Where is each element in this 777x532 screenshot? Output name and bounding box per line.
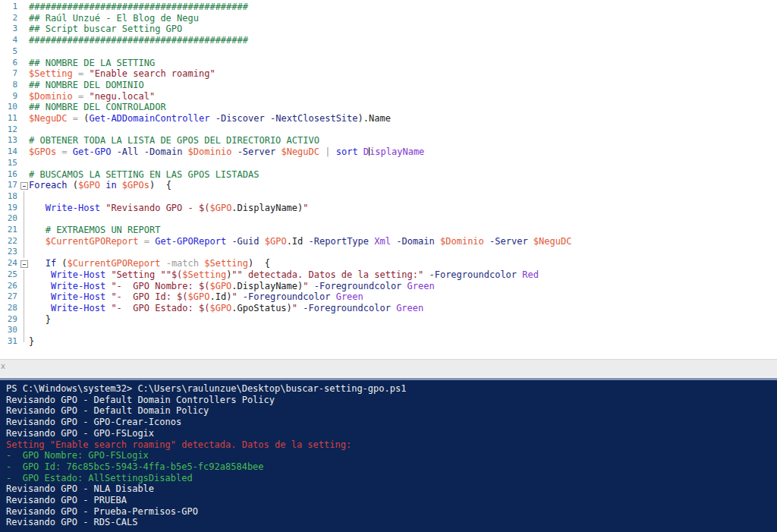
token-string: "Setting "" (111, 269, 171, 280)
code-line[interactable]: 28 Write-Host "- GPO Estado: $($GPO.GpoS… (0, 303, 777, 314)
script-editor-pane[interactable]: 1#######################################… (0, 0, 777, 359)
code-text: ## Script buscar Setting GPO (29, 24, 777, 35)
code-line[interactable]: 22 $CurrentGPOReport = Get-GPOReport -Gu… (0, 236, 777, 247)
outline-gutter (20, 102, 29, 113)
code-line[interactable]: 7$Setting = "Enable search roaming" (0, 68, 777, 80)
token-comment: ######################################## (29, 35, 248, 46)
outline-gutter (20, 191, 29, 203)
console-line: Revisando GPO - NLA Disable (6, 483, 777, 495)
code-line[interactable]: 19 Write-Host "Revisando GPO - $($GPO.Di… (0, 203, 777, 214)
outline-gutter (20, 146, 29, 158)
code-line[interactable]: 25 Write-Host "Setting ""$($Setting)"" d… (0, 269, 777, 281)
console-line: Revisando GPO - RDS-CALS (6, 517, 777, 528)
console-pane[interactable]: PS C:\Windows\system32> C:\Users\raulunz… (0, 380, 777, 532)
code-line[interactable]: 23 (0, 247, 777, 258)
token-cmdlet: Write-Host (51, 291, 105, 302)
outline-gutter (20, 2, 29, 13)
token-string: "" detectada. Datos de la setting:" (231, 269, 423, 280)
token-string: $( (171, 269, 182, 280)
token-cmdlet: Write-Host (46, 203, 100, 213)
token-plain: ) { (149, 180, 171, 190)
code-line[interactable]: 30 (0, 325, 777, 336)
line-number: 15 (0, 158, 20, 169)
token-plain: ( (78, 113, 89, 124)
code-text: Write-Host "- GPO Id: $($GPO.Id)" -Foreg… (29, 291, 777, 303)
code-line[interactable]: 13# OBTENER TODA LA LISTA DE GPOS DEL DI… (0, 135, 777, 146)
line-number: 9 (0, 91, 20, 102)
token-comment: ## Raúl Unzué - El Blog de Negu (29, 13, 199, 24)
code-text (29, 247, 777, 258)
code-line[interactable]: 31} (0, 336, 777, 348)
code-line[interactable]: 24 If ($CurrentGPOReport -match $Setting… (0, 258, 777, 269)
code-text: Write-Host "- GPO Estado: $($GPO.GpoStat… (29, 303, 777, 314)
code-line[interactable]: 15 (0, 158, 777, 169)
code-line[interactable]: 18 (0, 191, 777, 203)
token-keyword: If (46, 258, 56, 269)
outline-gutter (20, 269, 29, 281)
token-operator: = (61, 146, 67, 157)
code-line[interactable]: 5 (0, 46, 777, 58)
code-line[interactable]: 12 (0, 124, 777, 136)
token-variable: $NeguDC (281, 146, 319, 157)
code-text: $CurrentGPOReport = Get-GPOReport -Guid … (29, 236, 777, 247)
code-text: $GPOs = Get-GPO -All -Domain $Dominio -S… (29, 146, 777, 158)
line-number: 11 (0, 113, 20, 124)
code-line[interactable]: 16# BUSCAMOS LA SETTING EN LAS GPOS LIST… (0, 169, 777, 181)
line-number: 27 (0, 291, 20, 303)
token-variable: $GPO (209, 281, 231, 291)
token-plain (260, 236, 265, 247)
line-number: 29 (0, 314, 20, 326)
outline-gutter (20, 58, 29, 69)
code-text: # BUSCAMOS LA SETTING EN LAS GPOS LISTAD… (29, 169, 777, 181)
fold-collapse-icon[interactable] (20, 260, 28, 268)
code-line[interactable]: 17Foreach ($GPO in $GPOs) { (0, 180, 777, 191)
token-plain (83, 91, 89, 102)
outline-gutter (20, 13, 29, 24)
outline-gutter (20, 203, 29, 214)
code-line[interactable]: 9$Dominio = "negu.local" (0, 91, 777, 102)
token-member: .DisplayName (231, 281, 297, 291)
token-string: "- GPO Id: (111, 291, 177, 302)
line-number: 24 (0, 258, 20, 269)
token-string: $( (199, 203, 209, 213)
code-line[interactable]: 2## Raúl Unzué - El Blog de Negu (0, 13, 777, 24)
token-string: $( (199, 281, 209, 291)
token-plain (73, 68, 78, 79)
code-line[interactable]: 20 (0, 213, 777, 225)
token-string: " (292, 303, 297, 313)
code-line[interactable]: 8## NOMBRE DEL DOMINIO (0, 80, 777, 91)
code-line[interactable]: 6## NOMBRE DE LA SETTING (0, 58, 777, 69)
code-line[interactable]: 3## Script buscar Setting GPO (0, 24, 777, 35)
token-argument: D (363, 146, 369, 157)
token-variable: $GPO (188, 291, 210, 302)
token-param: -ReportType (309, 236, 369, 247)
code-line[interactable]: 27 Write-Host "- GPO Id: $($GPO.Id)" -Fo… (0, 291, 777, 303)
code-line[interactable]: 1#######################################… (0, 2, 777, 13)
fold-guide-line (24, 281, 24, 292)
token-plain: ) (287, 303, 292, 313)
token-comment: # EXTRAEMOS UN REPORT (46, 225, 161, 235)
token-argument: Green (396, 303, 423, 313)
code-line[interactable]: 29 } (0, 314, 777, 326)
token-variable: $GPO (78, 180, 100, 190)
token-plain (401, 281, 407, 291)
outline-gutter (20, 325, 29, 336)
code-line[interactable]: 14$GPOs = Get-GPO -All -Domain $Dominio … (0, 146, 777, 158)
console-line: - GPO Id: 76c85bc5-5943-4ffa-b5e5-fc92a8… (6, 461, 777, 473)
token-argument: Green (407, 281, 435, 291)
code-text: Foreach ($GPO in $GPOs) { (29, 180, 777, 191)
code-line[interactable]: 4#######################################… (0, 35, 777, 46)
token-variable: $CurrentGPOReport (68, 258, 161, 269)
token-plain (139, 236, 144, 247)
token-argument: isplayName (370, 146, 424, 157)
fold-collapse-icon[interactable] (20, 182, 28, 190)
token-variable: $GPOs (29, 146, 56, 157)
editor-bottom-band: x (0, 359, 777, 376)
code-line[interactable]: 11$NeguDC = (Get-ADDomainController -Dis… (0, 113, 777, 124)
outline-gutter (20, 213, 29, 225)
code-line[interactable]: 10## NOMBRE DEL CONTROLADOR (0, 102, 777, 113)
code-line[interactable]: 21 # EXTRAEMOS UN REPORT (0, 225, 777, 236)
code-line[interactable]: 26 Write-Host "- GPO Nombre: $($GPO.Disp… (0, 281, 777, 292)
token-comment: ######################################## (29, 2, 248, 12)
token-variable: $GPO (209, 303, 231, 313)
